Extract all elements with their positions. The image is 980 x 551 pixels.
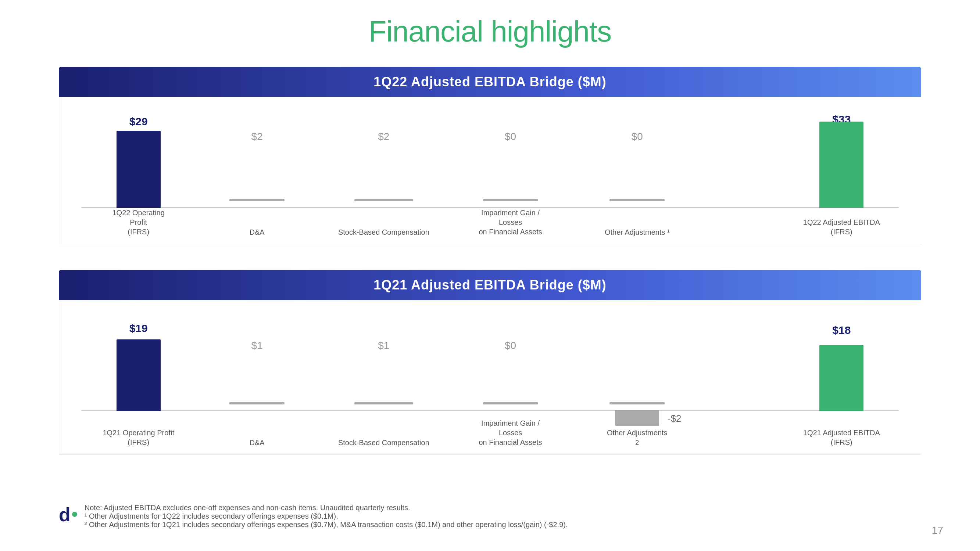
chart1-label-5: Other Adjustments ¹ bbox=[605, 228, 670, 237]
chart1-label-1: 1Q22 Operating Profit(IFRS) bbox=[103, 208, 173, 237]
chart2-bar-4 bbox=[483, 402, 538, 405]
chart2-bar-3 bbox=[354, 402, 413, 405]
page-title: Financial highlights bbox=[369, 15, 611, 49]
chart1-label-4: Impariment Gain / Losseson Financial Ass… bbox=[474, 208, 547, 237]
chart2-label-6: 1Q21 Adjusted EBITDA(IFRS) bbox=[803, 428, 880, 447]
chart2-label-1: 1Q21 Operating Profit(IFRS) bbox=[103, 428, 174, 447]
chart2-col-6: $18 1Q21 Adjusted EBITDA(IFRS) bbox=[784, 308, 899, 447]
chart2-canvas: $19 1Q21 Operating Profit(IFRS) $1 D&A $… bbox=[81, 308, 899, 447]
chart2-section: 1Q21 Adjusted EBITDA Bridge ($M) $19 1Q2… bbox=[59, 270, 921, 455]
footnote-text-block: Note: Adjusted EBITDA excludes one-off e… bbox=[84, 503, 568, 529]
chart2-val-1: $19 bbox=[129, 322, 148, 335]
chart1-header: 1Q22 Adjusted EBITDA Bridge ($M) bbox=[59, 67, 921, 97]
chart1-label-2: D&A bbox=[250, 228, 265, 237]
footnote-note: Note: Adjusted EBITDA excludes one-off e… bbox=[84, 503, 568, 512]
charts-wrapper: 1Q22 Adjusted EBITDA Bridge ($M) $29 1Q2… bbox=[59, 67, 921, 470]
chart2-body: $19 1Q21 Operating Profit(IFRS) $1 D&A $… bbox=[59, 300, 921, 455]
chart1-bar-5 bbox=[609, 199, 665, 201]
chart2-val-4: $0 bbox=[505, 340, 516, 351]
chart2-col-1: $19 1Q21 Operating Profit(IFRS) bbox=[81, 308, 196, 447]
chart2-col-2: $1 D&A bbox=[204, 308, 310, 447]
chart2-label-3: Stock-Based Compensation bbox=[338, 438, 430, 447]
chart1-bar-4 bbox=[483, 199, 538, 201]
chart1-bar-2 bbox=[229, 199, 285, 201]
chart1-bar-6 bbox=[819, 122, 864, 208]
chart2-val-2: $1 bbox=[251, 340, 263, 351]
chart2-label-5: Other Adjustments2 bbox=[604, 428, 670, 447]
chart1-bar-3 bbox=[354, 199, 413, 201]
logo-letter: d bbox=[59, 505, 71, 524]
chart1-label-6: 1Q22 Adjusted EBITDA(IFRS) bbox=[803, 218, 880, 237]
chart2-val-6: $18 bbox=[832, 324, 851, 337]
chart2-bar-6 bbox=[819, 345, 864, 411]
chart2-val-3: $1 bbox=[378, 340, 389, 351]
chart1-bar-1 bbox=[116, 131, 161, 208]
chart2-bar-5-neg bbox=[615, 410, 659, 426]
chart2-col-5: -$2 Other Adjustments2 bbox=[588, 308, 686, 447]
footnote-area: d Note: Adjusted EBITDA excludes one-off… bbox=[59, 496, 921, 529]
title-plain: Financial bbox=[369, 15, 491, 48]
chart2-bar-2 bbox=[229, 402, 285, 405]
chart1-val-2: $2 bbox=[251, 131, 263, 143]
logo-dot bbox=[72, 512, 77, 517]
chart1-val-3: $2 bbox=[378, 131, 389, 143]
page-number: 17 bbox=[932, 524, 943, 536]
chart1-label-3: Stock-Based Compensation bbox=[338, 228, 430, 237]
chart2-bar-1 bbox=[116, 340, 161, 411]
footnote-fn1: ¹ Other Adjustments for 1Q22 includes se… bbox=[84, 512, 568, 521]
chart1-col-2: $2 D&A bbox=[204, 104, 310, 237]
chart1-col-1: $29 1Q22 Operating Profit(IFRS) bbox=[81, 104, 196, 237]
chart2-header-text: 1Q21 Adjusted EBITDA Bridge ($M) bbox=[374, 277, 606, 292]
chart1-col-5: $0 Other Adjustments ¹ bbox=[588, 104, 686, 237]
chart2-col-3: $1 Stock-Based Compensation bbox=[326, 308, 441, 447]
footnote-fn2: ² Other Adjustments for 1Q21 includes se… bbox=[84, 521, 568, 529]
logo: d bbox=[59, 505, 77, 524]
page-container: Financial highlights 1Q22 Adjusted EBITD… bbox=[0, 0, 980, 551]
chart1-val-1: $29 bbox=[129, 115, 148, 128]
title-highlight: highlights bbox=[491, 15, 611, 48]
chart2-header: 1Q21 Adjusted EBITDA Bridge ($M) bbox=[59, 270, 921, 300]
chart2-bar-5-line bbox=[609, 402, 665, 405]
chart2-neg-val-5: -$2 bbox=[668, 413, 681, 424]
chart1-col-3: $2 Stock-Based Compensation bbox=[326, 104, 441, 237]
chart2-label-2: D&A bbox=[250, 438, 265, 447]
chart2-col-4: $0 Impariment Gain / Losseson Financial … bbox=[457, 308, 563, 447]
chart1-col-6: $33 1Q22 Adjusted EBITDA(IFRS) bbox=[784, 104, 899, 237]
chart1-section: 1Q22 Adjusted EBITDA Bridge ($M) $29 1Q2… bbox=[59, 67, 921, 244]
chart1-val-5: $0 bbox=[632, 131, 643, 143]
chart1-val-4: $0 bbox=[505, 131, 516, 143]
chart1-header-text: 1Q22 Adjusted EBITDA Bridge ($M) bbox=[374, 74, 606, 89]
chart1-canvas: $29 1Q22 Operating Profit(IFRS) $2 D&A $… bbox=[81, 104, 899, 237]
chart1-col-4: $0 Impariment Gain / Losseson Financial … bbox=[457, 104, 563, 237]
chart2-label-4: Impariment Gain / Losseson Financial Ass… bbox=[474, 418, 547, 447]
chart1-body: $29 1Q22 Operating Profit(IFRS) $2 D&A $… bbox=[59, 97, 921, 244]
